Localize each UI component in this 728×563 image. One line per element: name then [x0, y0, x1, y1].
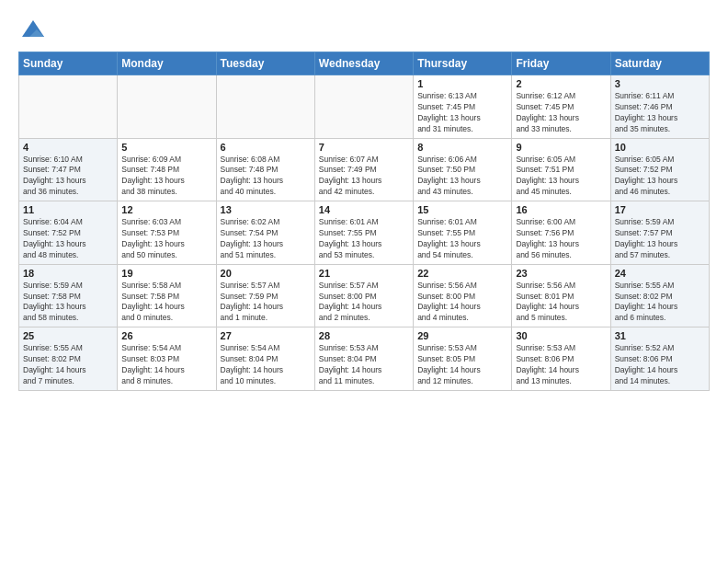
day-info: Sunrise: 6:09 AM Sunset: 7:48 PM Dayligh…	[121, 155, 211, 199]
day-number: 6	[221, 142, 311, 153]
weekday-header-sunday: Sunday	[19, 52, 118, 75]
calendar-cell	[118, 75, 216, 139]
day-info: Sunrise: 6:03 AM Sunset: 7:53 PM Dayligh…	[121, 217, 211, 261]
day-number: 19	[121, 268, 211, 279]
calendar-cell: 29Sunrise: 5:53 AM Sunset: 8:05 PM Dayli…	[414, 327, 512, 391]
day-info: Sunrise: 6:13 AM Sunset: 7:45 PM Dayligh…	[417, 91, 507, 135]
calendar-cell: 14Sunrise: 6:01 AM Sunset: 7:55 PM Dayli…	[314, 201, 413, 265]
calendar-header: SundayMondayTuesdayWednesdayThursdayFrid…	[19, 52, 710, 75]
day-info: Sunrise: 5:54 AM Sunset: 8:04 PM Dayligh…	[221, 343, 311, 387]
day-number: 29	[417, 330, 507, 341]
day-number: 24	[615, 268, 705, 279]
day-number: 2	[516, 78, 606, 89]
calendar-cell	[216, 75, 314, 139]
day-number: 22	[417, 268, 507, 279]
calendar-cell: 11Sunrise: 6:04 AM Sunset: 7:52 PM Dayli…	[19, 201, 118, 265]
day-number: 7	[319, 142, 409, 153]
day-number: 13	[221, 204, 311, 215]
calendar-cell: 3Sunrise: 6:11 AM Sunset: 7:46 PM Daylig…	[610, 75, 709, 139]
calendar-cell: 10Sunrise: 6:05 AM Sunset: 7:52 PM Dayli…	[610, 138, 709, 201]
calendar-cell: 30Sunrise: 5:53 AM Sunset: 8:06 PM Dayli…	[512, 327, 610, 391]
day-info: Sunrise: 6:12 AM Sunset: 7:45 PM Dayligh…	[516, 91, 606, 135]
calendar-cell: 24Sunrise: 5:55 AM Sunset: 8:02 PM Dayli…	[610, 264, 709, 327]
day-number: 18	[23, 268, 113, 279]
calendar-cell: 31Sunrise: 5:52 AM Sunset: 8:06 PM Dayli…	[610, 327, 709, 391]
weekday-header-row: SundayMondayTuesdayWednesdayThursdayFrid…	[19, 52, 710, 75]
calendar-cell	[314, 75, 413, 139]
day-info: Sunrise: 5:55 AM Sunset: 8:02 PM Dayligh…	[23, 343, 113, 387]
day-info: Sunrise: 5:59 AM Sunset: 7:57 PM Dayligh…	[615, 217, 705, 261]
calendar-cell: 5Sunrise: 6:09 AM Sunset: 7:48 PM Daylig…	[118, 138, 216, 201]
day-info: Sunrise: 6:05 AM Sunset: 7:51 PM Dayligh…	[516, 155, 606, 199]
day-number: 9	[516, 142, 606, 153]
day-info: Sunrise: 5:59 AM Sunset: 7:58 PM Dayligh…	[23, 281, 113, 325]
day-info: Sunrise: 6:10 AM Sunset: 7:47 PM Dayligh…	[23, 155, 113, 199]
calendar-cell: 22Sunrise: 5:56 AM Sunset: 8:00 PM Dayli…	[414, 264, 512, 327]
day-info: Sunrise: 6:00 AM Sunset: 7:56 PM Dayligh…	[516, 217, 606, 261]
day-number: 4	[23, 142, 113, 153]
day-number: 12	[121, 204, 211, 215]
day-number: 26	[121, 330, 211, 341]
page: SundayMondayTuesdayWednesdayThursdayFrid…	[0, 0, 728, 563]
calendar-cell: 23Sunrise: 5:56 AM Sunset: 8:01 PM Dayli…	[512, 264, 610, 327]
week-row-2: 4Sunrise: 6:10 AM Sunset: 7:47 PM Daylig…	[19, 138, 710, 201]
calendar-cell: 18Sunrise: 5:59 AM Sunset: 7:58 PM Dayli…	[19, 264, 118, 327]
day-number: 17	[615, 204, 705, 215]
day-info: Sunrise: 5:56 AM Sunset: 8:00 PM Dayligh…	[417, 281, 507, 325]
calendar-body: 1Sunrise: 6:13 AM Sunset: 7:45 PM Daylig…	[19, 75, 710, 391]
calendar-cell: 15Sunrise: 6:01 AM Sunset: 7:55 PM Dayli…	[414, 201, 512, 265]
calendar-cell: 20Sunrise: 5:57 AM Sunset: 7:59 PM Dayli…	[216, 264, 314, 327]
day-number: 28	[319, 330, 409, 341]
day-number: 5	[121, 142, 211, 153]
week-row-1: 1Sunrise: 6:13 AM Sunset: 7:45 PM Daylig…	[19, 75, 710, 139]
weekday-header-wednesday: Wednesday	[314, 52, 413, 75]
day-info: Sunrise: 5:53 AM Sunset: 8:06 PM Dayligh…	[516, 343, 606, 387]
day-info: Sunrise: 6:04 AM Sunset: 7:52 PM Dayligh…	[23, 217, 113, 261]
day-number: 21	[319, 268, 409, 279]
day-info: Sunrise: 5:58 AM Sunset: 7:58 PM Dayligh…	[121, 281, 211, 325]
calendar-table: SundayMondayTuesdayWednesdayThursdayFrid…	[18, 52, 710, 391]
calendar-cell: 2Sunrise: 6:12 AM Sunset: 7:45 PM Daylig…	[512, 75, 610, 139]
weekday-header-monday: Monday	[118, 52, 216, 75]
weekday-header-thursday: Thursday	[414, 52, 512, 75]
weekday-header-friday: Friday	[512, 52, 610, 75]
calendar-cell: 1Sunrise: 6:13 AM Sunset: 7:45 PM Daylig…	[414, 75, 512, 139]
weekday-header-tuesday: Tuesday	[216, 52, 314, 75]
day-number: 11	[23, 204, 113, 215]
day-info: Sunrise: 6:06 AM Sunset: 7:50 PM Dayligh…	[417, 155, 507, 199]
logo-icon	[18, 17, 48, 46]
day-number: 1	[417, 78, 507, 89]
day-info: Sunrise: 5:57 AM Sunset: 7:59 PM Dayligh…	[221, 281, 311, 325]
day-info: Sunrise: 5:55 AM Sunset: 8:02 PM Dayligh…	[615, 281, 705, 325]
calendar-cell: 7Sunrise: 6:07 AM Sunset: 7:49 PM Daylig…	[314, 138, 413, 201]
calendar-cell: 4Sunrise: 6:10 AM Sunset: 7:47 PM Daylig…	[19, 138, 118, 201]
day-info: Sunrise: 6:07 AM Sunset: 7:49 PM Dayligh…	[319, 155, 409, 199]
day-number: 3	[615, 78, 705, 89]
day-info: Sunrise: 5:57 AM Sunset: 8:00 PM Dayligh…	[319, 281, 409, 325]
day-info: Sunrise: 6:08 AM Sunset: 7:48 PM Dayligh…	[221, 155, 311, 199]
day-number: 30	[516, 330, 606, 341]
day-number: 15	[417, 204, 507, 215]
day-info: Sunrise: 5:52 AM Sunset: 8:06 PM Dayligh…	[615, 343, 705, 387]
week-row-5: 25Sunrise: 5:55 AM Sunset: 8:02 PM Dayli…	[19, 327, 710, 391]
calendar-cell: 21Sunrise: 5:57 AM Sunset: 8:00 PM Dayli…	[314, 264, 413, 327]
calendar-cell: 26Sunrise: 5:54 AM Sunset: 8:03 PM Dayli…	[118, 327, 216, 391]
logo	[18, 17, 51, 46]
day-number: 8	[417, 142, 507, 153]
calendar-cell: 6Sunrise: 6:08 AM Sunset: 7:48 PM Daylig…	[216, 138, 314, 201]
calendar-cell: 27Sunrise: 5:54 AM Sunset: 8:04 PM Dayli…	[216, 327, 314, 391]
day-info: Sunrise: 6:02 AM Sunset: 7:54 PM Dayligh…	[221, 217, 311, 261]
calendar-cell: 16Sunrise: 6:00 AM Sunset: 7:56 PM Dayli…	[512, 201, 610, 265]
calendar-cell: 17Sunrise: 5:59 AM Sunset: 7:57 PM Dayli…	[610, 201, 709, 265]
day-number: 14	[319, 204, 409, 215]
calendar-cell: 9Sunrise: 6:05 AM Sunset: 7:51 PM Daylig…	[512, 138, 610, 201]
day-info: Sunrise: 5:54 AM Sunset: 8:03 PM Dayligh…	[121, 343, 211, 387]
calendar-cell: 25Sunrise: 5:55 AM Sunset: 8:02 PM Dayli…	[19, 327, 118, 391]
day-info: Sunrise: 6:11 AM Sunset: 7:46 PM Dayligh…	[615, 91, 705, 135]
week-row-3: 11Sunrise: 6:04 AM Sunset: 7:52 PM Dayli…	[19, 201, 710, 265]
calendar-cell	[19, 75, 118, 139]
header	[18, 17, 710, 46]
calendar-cell: 8Sunrise: 6:06 AM Sunset: 7:50 PM Daylig…	[414, 138, 512, 201]
calendar-cell: 13Sunrise: 6:02 AM Sunset: 7:54 PM Dayli…	[216, 201, 314, 265]
day-info: Sunrise: 6:01 AM Sunset: 7:55 PM Dayligh…	[319, 217, 409, 261]
